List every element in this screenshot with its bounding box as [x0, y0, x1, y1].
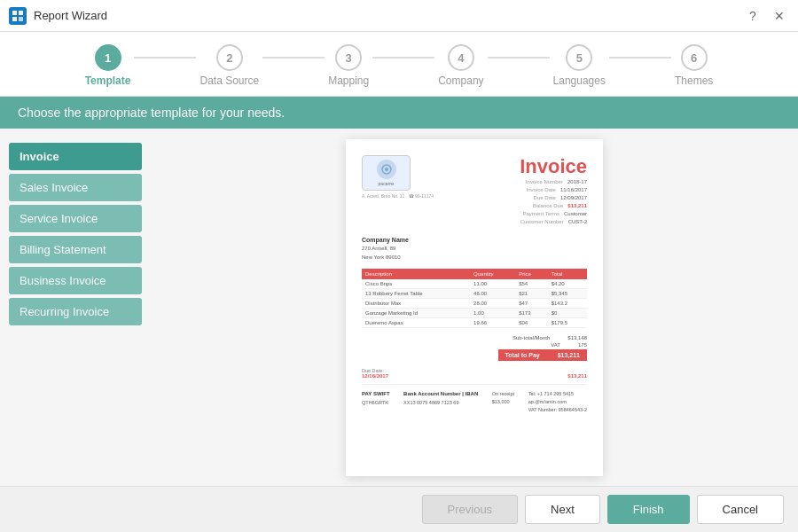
- subtotal-value: $13,148: [567, 335, 587, 340]
- step-4-circle: 4: [448, 44, 474, 71]
- col-price: Price: [515, 269, 547, 279]
- footer-bank-value: XX13 0075 4869 7123 69: [403, 399, 478, 407]
- body-area: Invoice Sales Invoice Service Invoice Bi…: [0, 129, 798, 486]
- step-3[interactable]: 3 Mapping: [328, 44, 369, 87]
- svg-rect-1: [19, 11, 23, 15]
- footer-contact-tel: Tel: +1 714 295 5415: [528, 390, 587, 398]
- invoice-date-row: Invoice Date 11/16/2017: [520, 186, 587, 194]
- table-cell: $47: [515, 299, 547, 309]
- step-container: 1 Template 2 Data Source 3 Mapping 4 Com…: [85, 44, 714, 87]
- table-cell: Cisco Bnps: [362, 279, 470, 289]
- step-6[interactable]: 6 Themes: [675, 44, 713, 87]
- table-cell: Dueremo Aspax: [362, 318, 470, 328]
- sidebar-item-billing-statement[interactable]: Billing Statement: [9, 236, 142, 263]
- sidebar-item-business-invoice[interactable]: Business Invoice: [9, 267, 142, 294]
- step-4[interactable]: 4 Company: [438, 44, 483, 87]
- table-cell: $4.20: [548, 279, 587, 289]
- vat-row: VAT 175: [551, 342, 587, 348]
- invoice-date-label: Invoice Date: [527, 187, 556, 192]
- title-bar-left: Report Wizard: [9, 7, 107, 25]
- total-pay-label: Total to Pay: [505, 352, 540, 358]
- address-line1: 270 Armell, 89: [362, 245, 409, 254]
- customer-number-value: CUST-2: [568, 219, 587, 224]
- invoice-due-date-footer: Due Date: 12/16/2017 $13,211: [362, 368, 587, 379]
- customer-number-label: Customer Number: [520, 219, 564, 224]
- step-5-circle: 5: [566, 44, 592, 71]
- invoice-footer: PAY SWIFT QTH6GRTK Bank Account Number |…: [362, 384, 587, 413]
- previous-button[interactable]: Previous: [422, 495, 519, 524]
- customer-number-row: Customer Number CUST-2: [520, 218, 587, 226]
- sidebar-item-service-invoice[interactable]: Service Invoice: [9, 205, 142, 232]
- step-2-circle: 2: [216, 44, 243, 71]
- svg-rect-2: [12, 17, 17, 21]
- company-address-preview: A, Acred, Broo No. 11 ☎ 99-11174: [362, 193, 434, 199]
- invoice-logo-block: pacemo A, Acred, Broo No. 11 ☎ 99-11174: [362, 155, 434, 199]
- help-button[interactable]: ?: [743, 6, 763, 26]
- table-cell: $143.2: [548, 299, 587, 309]
- sidebar: Invoice Sales Invoice Service Invoice Bi…: [0, 129, 151, 486]
- table-cell: 11.00: [470, 279, 515, 289]
- step-1[interactable]: 1 Template: [85, 44, 131, 87]
- step-1-circle: 1: [95, 44, 121, 71]
- due-date-label: Due Date: [534, 195, 556, 200]
- footer-pay-swift: PAY SWIFT QTH6GRTK: [362, 390, 390, 406]
- step-line-1: [134, 57, 196, 59]
- title-bar: Report Wizard ? ✕: [0, 0, 798, 32]
- step-line-2: [262, 57, 325, 59]
- footer-bank: Bank Account Number | IBAN XX13 0075 486…: [403, 390, 478, 406]
- step-line-4: [488, 57, 550, 59]
- close-button[interactable]: ✕: [770, 6, 789, 26]
- subtotal-label: Sub-total/Month: [512, 335, 550, 340]
- sidebar-item-sales-invoice[interactable]: Sales Invoice: [9, 174, 142, 201]
- footer-pay-swift-label: PAY SWIFT: [362, 391, 390, 396]
- table-cell: $173: [515, 309, 547, 318]
- footer-due-row: 12/16/2017 $13,211: [362, 373, 587, 379]
- step-line-3: [372, 57, 434, 59]
- main-content: 1 Template 2 Data Source 3 Mapping 4 Com…: [0, 32, 798, 532]
- invoice-date-value: 11/16/2017: [560, 187, 587, 192]
- due-date-row: Due Date 12/09/2017: [520, 194, 587, 202]
- invoice-preview: pacemo A, Acred, Broo No. 11 ☎ 99-11174 …: [346, 139, 603, 476]
- step-6-label: Themes: [675, 74, 713, 87]
- next-button[interactable]: Next: [525, 495, 600, 524]
- sidebar-item-recurring-invoice[interactable]: Recurring Invoice: [9, 298, 142, 325]
- table-cell: $179.5: [548, 318, 587, 328]
- step-5[interactable]: 5 Languages: [553, 44, 606, 87]
- header-message: Choose the appropriate template for your…: [18, 106, 285, 120]
- table-cell: 28.00: [470, 299, 515, 309]
- vat-label: VAT: [551, 342, 560, 348]
- table-row: Distributor Max28.00$47$143.2: [362, 299, 587, 309]
- table-cell: Gonzage Marketing Id: [362, 309, 470, 318]
- invoice-logo: pacemo: [362, 155, 411, 191]
- due-date-value: 12/09/2017: [560, 195, 587, 200]
- sidebar-item-invoice[interactable]: Invoice: [9, 143, 142, 170]
- cancel-button[interactable]: Cancel: [697, 495, 784, 524]
- table-cell: $04: [515, 318, 547, 328]
- step-2[interactable]: 2 Data Source: [200, 44, 259, 87]
- step-3-label: Mapping: [328, 74, 369, 87]
- payment-terms-value: Customer: [564, 211, 587, 216]
- step-6-circle: 6: [681, 44, 708, 71]
- invoice-details-right: Invoice Number 2018-17 Invoice Date 11/1…: [520, 178, 587, 226]
- table-cell: 19.66: [470, 318, 515, 328]
- svg-point-5: [385, 168, 388, 171]
- footer-on-receipt: On receipt: [492, 390, 514, 398]
- table-row: Dueremo Aspax19.66$04$179.5: [362, 318, 587, 328]
- step-1-label: Template: [85, 74, 131, 87]
- subtotal-row: Sub-total/Month $13,148: [512, 335, 587, 340]
- footer-contact: Tel: +1 714 295 5415 ap.@m/amin.com VAT …: [528, 390, 587, 413]
- invoice-from: Company Name 270 Armell, 89 New York 890…: [362, 235, 409, 262]
- finish-button[interactable]: Finish: [607, 495, 690, 524]
- footer-bar: Previous Next Finish Cancel: [0, 486, 798, 532]
- invoice-header: pacemo A, Acred, Broo No. 11 ☎ 99-11174 …: [362, 155, 587, 226]
- payment-terms-label: Payment Terms: [522, 211, 559, 216]
- address-line2: New York 89010: [362, 254, 409, 262]
- logo-circle: [377, 160, 396, 179]
- step-5-label: Languages: [553, 74, 606, 87]
- balance-due-row: Balance Due $13,211: [520, 202, 587, 210]
- footer-bank-label: Bank Account Number | IBAN: [403, 391, 478, 396]
- col-quantity: Quantity: [470, 269, 515, 279]
- col-description: Description: [362, 269, 470, 279]
- footer-vat-number: VAT Number: 958464543-2: [528, 406, 587, 414]
- table-cell: Distributor Max: [362, 299, 470, 309]
